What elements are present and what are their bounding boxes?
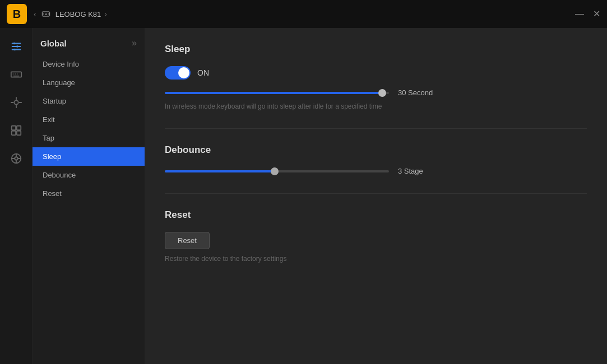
svg-rect-26 [11,131,15,135]
sleep-toggle-label: ON [197,68,209,77]
keyboard-device-icon [40,10,52,18]
debounce-slider-fill [165,170,275,172]
sidebar-collapse-button[interactable]: » [132,38,137,48]
debounce-slider-thumb[interactable] [271,167,279,175]
svg-rect-25 [16,126,20,130]
reset-section-title: Reset [165,209,587,221]
svg-rect-0 [42,12,49,16]
app-body: Global » Device Info Language Startup Ex… [0,28,607,364]
icon-sidebar [0,28,33,364]
titlebar: B ‹ LEOBOG K81 › — ✕ [0,0,607,28]
svg-rect-27 [16,131,20,135]
main-content: Sleep ON 30 Second In wireless mode,keyb… [145,28,607,364]
device-name-label: LEOBOG K81 [55,10,101,18]
sidebar-item-startup[interactable]: Startup [33,92,145,110]
debounce-slider-value: 3 Stage [398,167,443,175]
device-name-container: LEOBOG K81 [40,10,101,18]
titlebar-left: B ‹ LEOBOG K81 › [7,4,107,24]
sidebar-item-debounce[interactable]: Debounce [33,166,145,184]
toggle-knob [178,67,189,78]
sidebar-item-tap[interactable]: Tap [33,129,145,147]
svg-point-19 [14,100,18,104]
sleep-slider-row: 30 Second [165,88,587,97]
sleep-slider-fill [165,92,382,94]
sleep-slider-hint: In wireless mode,keyboard will go into s… [165,102,587,110]
sidebar-item-device-info[interactable]: Device Info [33,55,145,73]
sleep-slider-track[interactable] [165,92,389,94]
debounce-section: Debounce 3 Stage [165,144,587,175]
reset-section: Reset Reset Restore the device to the fa… [165,209,587,263]
sidebar-item-exit[interactable]: Exit [33,110,145,129]
sidebar-icon-keyboard[interactable] [4,63,28,86]
window-controls: — ✕ [575,10,600,18]
debounce-slider-track[interactable] [165,170,389,172]
app-logo: B [7,4,27,24]
sleep-slider-thumb[interactable] [378,89,386,97]
sidebar-title: Global [40,39,67,48]
sleep-toggle-row: ON [165,66,587,80]
debounce-slider-row: 3 Stage [165,167,587,175]
nav-next-arrow[interactable]: › [104,10,107,18]
divider-2 [165,193,587,194]
sleep-toggle[interactable] [165,66,191,80]
sidebar-header: Global » [33,34,145,55]
sidebar-item-sleep[interactable]: Sleep [33,147,145,166]
minimize-button[interactable]: — [575,10,584,18]
divider-1 [165,128,587,129]
sidebar-icon-effects[interactable] [4,91,28,114]
reset-button[interactable]: Reset [165,232,210,249]
sidebar-icon-macro[interactable] [4,119,28,142]
svg-point-11 [16,45,18,48]
sleep-section: Sleep ON 30 Second In wireless mode,keyb… [165,44,587,110]
nav-sidebar: Global » Device Info Language Startup Ex… [33,28,145,364]
debounce-section-title: Debounce [165,144,587,156]
sleep-slider-value: 30 Second [398,88,443,97]
close-button[interactable]: ✕ [593,10,600,18]
sleep-section-title: Sleep [165,44,587,55]
device-nav: ‹ LEOBOG K81 › [34,10,107,18]
sidebar-item-reset[interactable]: Reset [33,184,145,203]
svg-rect-24 [11,126,15,130]
reset-hint: Restore the device to the factory settin… [165,255,587,263]
sidebar-item-language[interactable]: Language [33,73,145,92]
nav-prev-arrow[interactable]: ‹ [34,10,36,18]
sidebar-icon-sliders[interactable] [4,35,28,58]
sidebar-icon-profile[interactable] [4,147,28,170]
svg-point-9 [13,43,15,45]
svg-point-13 [13,49,16,51]
